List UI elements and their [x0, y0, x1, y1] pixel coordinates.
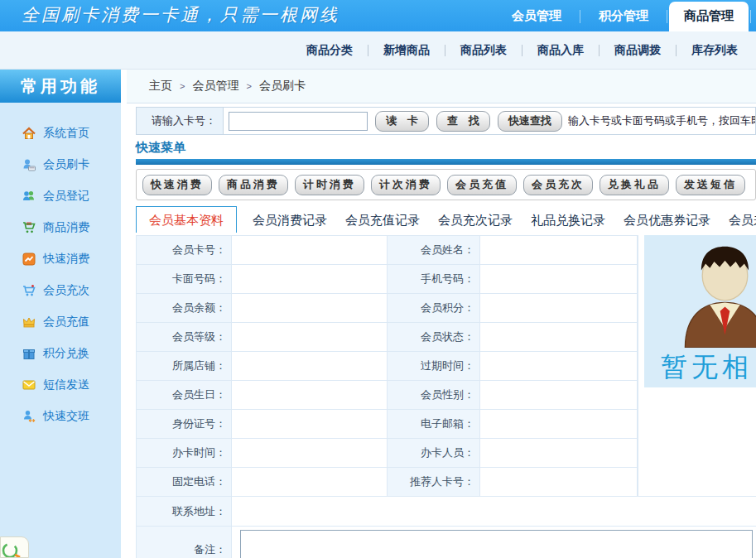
sidebar-item-label: 积分兑换	[43, 346, 89, 361]
field-label-email: 电子邮箱：	[387, 409, 479, 438]
subnav-item-product-inbound[interactable]: 商品入库	[522, 43, 599, 58]
menu-separator	[580, 10, 580, 23]
secondary-nav: 商品分类 新增商品 商品列表 商品入库 商品调拨 库存列表	[0, 31, 756, 70]
timed-consume-button[interactable]: 计时消费	[295, 175, 364, 195]
sidebar-item-system-home[interactable]: 系统首页	[0, 118, 121, 149]
breadcrumb-separator: >	[180, 81, 185, 91]
product-consume-button[interactable]: 商品消费	[219, 175, 288, 195]
send-sms-button[interactable]: 发送短信	[676, 175, 745, 195]
field-value-balance	[231, 293, 387, 322]
exchange-gift-button[interactable]: 兑换礼品	[600, 175, 669, 195]
person-avatar-icon	[669, 240, 756, 348]
tab-coupon-records[interactable]: 会员优惠券记录	[614, 206, 720, 235]
tab-recharge-records[interactable]: 会员充值记录	[336, 206, 429, 235]
field-label-card-issue-time: 办卡时间：	[136, 438, 231, 467]
crown-icon	[22, 315, 36, 329]
field-label-referrer-card: 推荐人卡号：	[387, 467, 479, 496]
find-button[interactable]: 查 找	[436, 111, 490, 132]
remark-textarea[interactable]	[240, 530, 753, 558]
home-icon	[22, 127, 36, 140]
breadcrumb-home[interactable]: 主页	[149, 79, 172, 94]
subnav-item-stock-list[interactable]: 库存列表	[677, 43, 753, 58]
sidebar-item-label: 短信发送	[43, 378, 89, 392]
sidebar-item-label: 会员刷卡	[43, 157, 89, 172]
app-window: 全国刷卡消费一卡通，只需一根网线 会员管理 积分管理 商品管理 商品分类 新增商…	[0, 0, 756, 558]
sidebar-item-member-register[interactable]: 会员登记	[0, 180, 121, 212]
quick-find-button[interactable]: 快速查找	[498, 111, 562, 132]
cart-blue-icon	[22, 284, 36, 297]
member-register-icon	[22, 190, 36, 203]
field-value-id-number	[231, 409, 387, 438]
read-card-button[interactable]: 读 卡	[375, 111, 429, 132]
field-label-id-number: 身份证号：	[136, 409, 231, 438]
top-banner: 全国刷卡消费一卡通，只需一根网线 会员管理 积分管理 商品管理	[0, 0, 756, 31]
quick-consume-icon	[22, 253, 36, 266]
member-recharge-times-button[interactable]: 会员充次	[523, 175, 593, 195]
top-menu-bar: 会员管理 积分管理 商品管理	[495, 0, 753, 31]
form-filler	[638, 409, 756, 438]
field-label-level: 会员等级：	[136, 322, 231, 351]
field-label-member-name: 会员姓名：	[387, 235, 479, 264]
sidebar-item-label: 会员登记	[43, 189, 89, 204]
field-label-mobile-number: 手机号码：	[387, 264, 479, 293]
field-label-store: 所属店铺：	[136, 351, 231, 380]
field-value-referrer-card	[479, 467, 638, 496]
tab-recharge-times-records[interactable]: 会员充次记录	[429, 206, 522, 235]
count-consume-button[interactable]: 计次消费	[371, 175, 441, 195]
field-value-card-issue-time	[231, 438, 387, 467]
subnav-item-product-category[interactable]: 商品分类	[291, 43, 368, 58]
field-value-card-number	[231, 235, 387, 264]
field-label-status: 会员状态：	[387, 322, 479, 351]
sidebar-item-member-recharge[interactable]: 会员充值	[0, 306, 121, 338]
sidebar-item-sms-send[interactable]: 短信发送	[0, 369, 121, 401]
sidebar-item-quick-consume[interactable]: 快速消费	[0, 243, 121, 275]
field-label-card-issuer: 办卡人员：	[387, 438, 479, 467]
tab-consume-records[interactable]: 会员消费记录	[243, 206, 336, 235]
subnav-item-new-product[interactable]: 新增商品	[368, 43, 445, 58]
cart-green-icon	[22, 221, 36, 234]
breadcrumb: 主页 > 会员管理 > 会员刷卡	[127, 70, 756, 103]
card-search-bar: 请输入卡号： 读 卡 查 找 快速查找 输入卡号或卡面号码或手机号，按回车即可	[136, 107, 756, 135]
field-value-level	[231, 322, 387, 351]
field-value-mobile-number	[479, 264, 638, 293]
sidebar-menu: 系统首页 会员刷卡 会员登记 商品消费 快速消费 会员充次	[0, 103, 121, 432]
record-tabs: 会员基本资料 会员消费记录 会员充值记录 会员充次记录 礼品兑换记录 会员优惠券…	[136, 206, 756, 235]
card-number-input[interactable]	[229, 112, 368, 131]
field-label-card-face-number: 卡面号码：	[136, 264, 231, 293]
field-value-store	[231, 351, 387, 380]
tab-gift-exchange-records[interactable]: 礼品兑换记录	[522, 206, 614, 235]
field-value-birthday	[231, 380, 387, 409]
top-menu-member-management[interactable]: 会员管理	[495, 2, 578, 31]
subnav-item-product-list[interactable]: 商品列表	[445, 43, 522, 58]
field-value-landline	[231, 467, 387, 496]
top-menu-points-management[interactable]: 积分管理	[582, 2, 665, 31]
member-card-icon	[22, 158, 36, 171]
subnav-item-product-transfer[interactable]: 商品调拨	[600, 43, 676, 58]
sidebar-item-quick-shift[interactable]: 快速交班	[0, 401, 121, 432]
sidebar-item-label: 会员充值	[43, 315, 89, 330]
quick-menu-buttons: 快速消费 商品消费 计时消费 计次消费 会员充值 会员充次 兑换礼品 发送短信	[136, 169, 756, 200]
breadcrumb-member-swipe[interactable]: 会员刷卡	[259, 79, 306, 94]
search-hint-text: 输入卡号或卡面号码或手机号，按回车即可	[568, 113, 755, 128]
sidebar-item-label: 快速交班	[43, 409, 89, 424]
sidebar-item-product-consume[interactable]: 商品消费	[0, 212, 121, 243]
tab-member-basic-info[interactable]: 会员基本资料	[136, 206, 237, 233]
sidebar-item-label: 商品消费	[43, 220, 89, 235]
sms-icon	[22, 378, 36, 392]
sidebar-item-member-recharge-times[interactable]: 会员充次	[0, 275, 121, 306]
field-value-address	[231, 496, 756, 526]
sidebar-item-label: 系统首页	[43, 126, 89, 141]
shift-change-icon	[22, 410, 36, 423]
breadcrumb-member-management[interactable]: 会员管理	[192, 79, 238, 94]
floating-corner-badge-icon	[0, 536, 29, 558]
field-label-points: 会员积分：	[387, 293, 479, 322]
top-menu-product-management[interactable]: 商品管理	[669, 2, 749, 31]
quick-consume-button[interactable]: 快速消费	[142, 175, 212, 195]
sidebar-item-member-swipe[interactable]: 会员刷卡	[0, 149, 121, 180]
member-recharge-button[interactable]: 会员充值	[447, 175, 517, 195]
sidebar-item-points-exchange[interactable]: 积分兑换	[0, 338, 121, 369]
quick-menu-divider	[136, 159, 756, 165]
sidebar-item-label: 会员充次	[43, 283, 89, 298]
tab-incoming-call-records[interactable]: 会员来电记录	[720, 206, 756, 235]
field-value-points	[479, 293, 638, 322]
